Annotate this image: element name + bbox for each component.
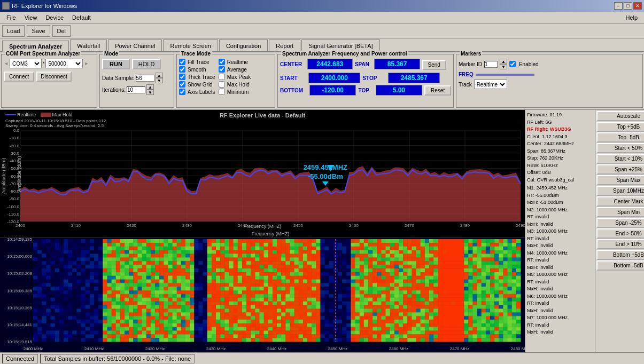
maximize-button[interactable]: □: [624, 2, 632, 10]
tab-signal-generator[interactable]: Signal Generator [BETA]: [301, 39, 379, 51]
m4-mxh: MxH: invalid: [527, 264, 593, 272]
tab-waterfall[interactable]: Waterfall: [70, 39, 107, 51]
menu-help[interactable]: Help: [621, 13, 642, 22]
minimum-check[interactable]: [219, 89, 225, 95]
spectrum-chart: RF Explorer Live data - Default Realtime…: [0, 110, 525, 238]
m1-freq: M1: 2459.452 MHz: [527, 185, 593, 192]
right-btn-span-10mhz[interactable]: Span 10MHz: [596, 186, 644, 196]
right-btn-start--10[interactable]: Start < 10%: [596, 154, 644, 164]
x-axis-label: Frequency (MHZ): [0, 224, 525, 229]
menu-default[interactable]: Default: [68, 13, 95, 22]
hold-button[interactable]: HOLD: [132, 59, 161, 69]
tab-remote-screen[interactable]: Remote Screen: [163, 39, 218, 51]
chart-legend: Realtime Max Hold: [5, 112, 73, 117]
right-btn-span-min[interactable]: Span Min: [596, 207, 644, 217]
marker-id-up[interactable]: ▲: [500, 59, 507, 64]
m5-rt: RT: invalid: [527, 279, 593, 286]
menu-device[interactable]: Device: [41, 13, 68, 22]
rbw-info: RBW: 510KHz: [527, 162, 593, 170]
iterations-input[interactable]: [127, 86, 145, 93]
right-btn-end--50[interactable]: End > 50%: [596, 228, 644, 239]
y-axis-label: Amplitude (dBm): [17, 156, 22, 192]
menu-file[interactable]: File: [2, 13, 20, 22]
right-btn-center-mark[interactable]: Center Mark: [596, 196, 644, 207]
m4-rt: RT: invalid: [527, 257, 593, 264]
data-sample-up[interactable]: ▲: [156, 73, 163, 78]
right-btn-bottom-5db[interactable]: Bottom +5dB: [596, 250, 644, 260]
center-info: Center: 2442.683MHz: [527, 140, 593, 148]
right-btn-top--5db[interactable]: Top -5dB: [596, 132, 644, 143]
start-value[interactable]: 2400.000: [308, 73, 360, 83]
right-btn-span--25[interactable]: Span -25%: [596, 218, 644, 228]
connection-status: Connected: [2, 354, 38, 363]
minimize-button[interactable]: −: [614, 2, 623, 10]
track-label: Track: [459, 82, 472, 88]
right-btn-bottom--5db[interactable]: Bottom -5dB: [596, 260, 644, 271]
center-value[interactable]: 2442.683: [307, 59, 353, 69]
fill-trace-check[interactable]: [179, 59, 185, 65]
m6-rt: RT: invalid: [527, 300, 593, 307]
send-button[interactable]: Send: [422, 60, 446, 70]
m2-mxh: MxH: invalid: [527, 221, 593, 228]
right-btn-start--50[interactable]: Start < 50%: [596, 143, 644, 153]
span-value[interactable]: 85.367: [374, 59, 420, 69]
menu-view[interactable]: View: [20, 13, 42, 22]
track-select[interactable]: Realtime: [474, 80, 507, 89]
thick-trace-check[interactable]: [179, 74, 185, 80]
right-btn-end--10[interactable]: End > 10%: [596, 239, 644, 249]
max-hold-check[interactable]: [219, 81, 225, 88]
statusbar: Connected Total Samples in buffer: 56/10…: [0, 352, 644, 364]
com-port-section-title: COM Port Spectrum Analyzer: [5, 51, 81, 57]
marker-id-input[interactable]: [484, 61, 498, 68]
disconnect-button[interactable]: Disconnect: [36, 72, 71, 82]
marker-enabled-check[interactable]: [509, 61, 516, 67]
axis-labels-check[interactable]: [179, 89, 185, 95]
markers-section-title: Markers: [460, 51, 482, 57]
marker-enabled-label: Enabled: [519, 61, 539, 67]
top-label: TOP: [358, 88, 373, 93]
cal-info: Cal: OVR wsub3g_cal: [527, 177, 593, 184]
load-button[interactable]: Load: [2, 25, 25, 37]
chart-container: RF Explorer Live data - Default Realtime…: [0, 110, 525, 352]
reset-button[interactable]: Reset: [424, 85, 451, 96]
firmware-info: Firmware: 01.19: [527, 112, 593, 119]
sweep-info: Sweep time: 0.4 seconds - Avg Sweeps/sec…: [5, 123, 104, 128]
data-sample-input[interactable]: [136, 75, 154, 82]
marker-id-down[interactable]: ▼: [500, 64, 507, 69]
m7-mxh: MxH: invalid: [527, 329, 593, 336]
max-peak-check[interactable]: [219, 74, 225, 80]
com-port-select[interactable]: COM3: [10, 59, 42, 68]
tab-power-channel[interactable]: Power Channel: [108, 39, 162, 51]
iterations-down[interactable]: ▼: [146, 90, 154, 95]
smooth-check[interactable]: [179, 66, 185, 73]
stop-value[interactable]: 2485.367: [388, 73, 440, 83]
connect-button[interactable]: Connect: [4, 72, 34, 82]
close-button[interactable]: ✕: [633, 2, 642, 10]
data-sample-down[interactable]: ▼: [156, 78, 163, 83]
right-btn-autoscale[interactable]: Autoscale: [596, 111, 644, 121]
top-value[interactable]: 5.00: [376, 85, 423, 96]
baud-rate-select[interactable]: 500000: [45, 59, 83, 68]
right-btn-top-5db[interactable]: Top +5dB: [596, 122, 644, 132]
realtime-check[interactable]: [219, 59, 225, 65]
iterations-up[interactable]: ▲: [146, 84, 154, 90]
del-button[interactable]: Del: [52, 25, 71, 37]
right-btn-span-max[interactable]: Span Max: [596, 175, 644, 185]
right-btn-span-25[interactable]: Span +25%: [596, 164, 644, 175]
show-grid-check[interactable]: [179, 81, 185, 88]
average-check[interactable]: [219, 66, 225, 73]
m1-rt: RT: -55.00dBm: [527, 192, 593, 200]
marker-id-label: Marker ID: [459, 61, 482, 67]
save-button[interactable]: Save: [27, 25, 50, 37]
marker-freq-display[interactable]: [476, 74, 534, 76]
m1-mxh: MxH: -51.00dBm: [527, 199, 593, 207]
bottom-value[interactable]: -120.00: [309, 85, 356, 96]
chart-title: RF Explorer Live data - Default: [0, 112, 525, 118]
run-button[interactable]: RUN: [102, 59, 130, 69]
tab-report[interactable]: Report: [269, 39, 300, 51]
bottom-label: BOTTOM: [280, 88, 307, 93]
rf-left-info: RF Left: 6G: [527, 119, 593, 126]
data-sample-label: Data Sample:: [102, 75, 135, 81]
m5-mxh: MxH: invalid: [527, 286, 593, 293]
tab-configuration[interactable]: Configuration: [219, 39, 268, 51]
